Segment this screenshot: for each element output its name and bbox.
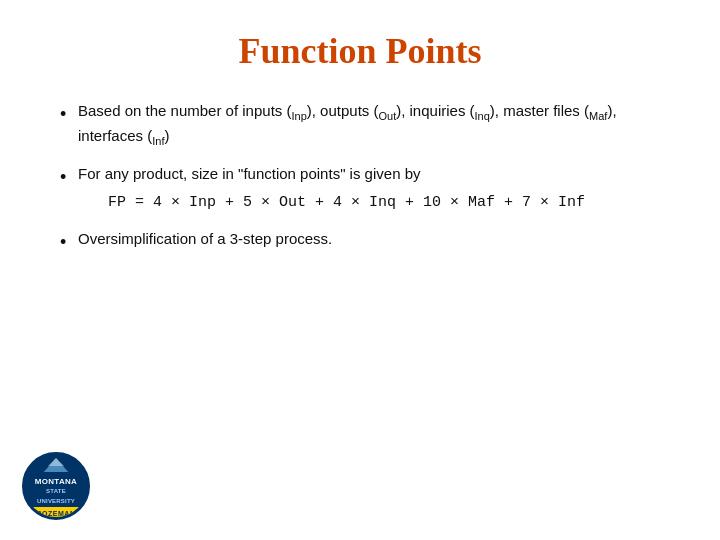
logo-city: BOZEMAN — [25, 507, 87, 520]
svg-marker-1 — [48, 458, 64, 466]
svg-rect-2 — [38, 472, 74, 476]
content-area: • Based on the number of inputs (Inp), o… — [40, 100, 680, 256]
slide-title: Function Points — [40, 30, 680, 72]
bullet-3-text: Oversimplification of a 3-step process. — [78, 228, 680, 251]
list-item: • For any product, size in "function poi… — [60, 163, 680, 214]
logo-university-name: MONTANASTATE UNIVERSITY — [27, 477, 85, 506]
logo-top-section: MONTANASTATE UNIVERSITY — [25, 452, 87, 507]
logo-container: MONTANASTATE UNIVERSITY BOZEMAN — [22, 452, 92, 522]
bullet-1-text: Based on the number of inputs (Inp), out… — [78, 100, 680, 149]
list-item: • Based on the number of inputs (Inp), o… — [60, 100, 680, 149]
bullet-icon: • — [60, 101, 78, 128]
slide: Function Points • Based on the number of… — [0, 0, 720, 540]
bullet-icon: • — [60, 229, 78, 256]
formula: FP = 4 × Inp + 5 × Out + 4 × Inq + 10 × … — [108, 192, 680, 215]
bullet-2-text: For any product, size in "function point… — [78, 163, 680, 214]
bullet-icon: • — [60, 164, 78, 191]
university-logo: MONTANASTATE UNIVERSITY BOZEMAN — [22, 452, 90, 520]
list-item: • Oversimplification of a 3-step process… — [60, 228, 680, 256]
logo-state-text: STATE UNIVERSITY — [37, 488, 75, 504]
mountain-icon — [38, 456, 74, 476]
